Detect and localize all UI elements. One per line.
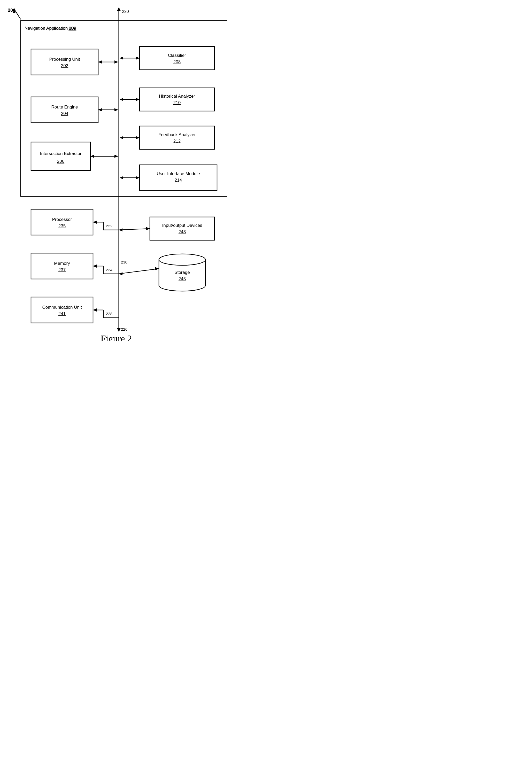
svg-rect-12	[31, 97, 98, 123]
svg-text:237: 237	[58, 268, 66, 272]
svg-marker-38	[114, 155, 118, 158]
svg-marker-43	[120, 98, 123, 101]
svg-marker-79	[93, 264, 96, 268]
svg-marker-85	[119, 272, 122, 275]
figure-2-text: Figure 2	[101, 334, 132, 341]
svg-text:Communication Unit: Communication Unit	[42, 305, 82, 310]
svg-text:228: 228	[106, 311, 112, 316]
svg-text:Navigation Application
      1: Navigation Application 109	[25, 26, 76, 31]
svg-text:Intersection Extractor: Intersection Extractor	[40, 151, 82, 156]
svg-text:245: 245	[178, 276, 186, 281]
diagram-svg: 220 Navigation Application 109 Navigatio…	[5, 5, 227, 341]
svg-marker-44	[136, 98, 140, 101]
svg-marker-76	[119, 228, 122, 231]
svg-marker-31	[98, 60, 102, 63]
svg-text:235: 235	[58, 223, 66, 228]
svg-rect-5	[21, 21, 227, 196]
svg-rect-27	[140, 165, 217, 191]
svg-rect-18	[140, 47, 215, 70]
svg-text:Route Engine: Route Engine	[51, 105, 78, 110]
svg-line-0	[14, 9, 21, 19]
svg-text:Classifier: Classifier	[168, 53, 186, 58]
svg-text:222: 222	[106, 224, 112, 228]
svg-rect-21	[140, 88, 215, 111]
svg-marker-3	[117, 7, 121, 11]
svg-text:Processor: Processor	[52, 217, 72, 222]
ref-200: 200	[8, 8, 16, 13]
svg-text:Navigation Application: Navigation Application	[25, 26, 68, 31]
svg-rect-60	[150, 217, 215, 240]
svg-text:Historical Analyzer: Historical Analyzer	[159, 94, 195, 99]
svg-text:226: 226	[121, 327, 128, 331]
ref-arrow-200	[6, 8, 22, 21]
svg-line-75	[119, 229, 150, 230]
svg-marker-49	[120, 176, 123, 179]
svg-rect-15	[31, 142, 90, 170]
svg-text:230: 230	[121, 260, 128, 264]
svg-text:210: 210	[173, 100, 180, 105]
svg-text:109: 109	[68, 26, 76, 31]
svg-text:212: 212	[173, 139, 180, 144]
svg-text:206: 206	[57, 159, 64, 164]
svg-marker-88	[93, 308, 96, 311]
svg-rect-9	[31, 49, 98, 75]
svg-marker-50	[136, 176, 140, 179]
figure-label: Figure 2	[5, 333, 227, 341]
svg-text:204: 204	[61, 111, 68, 116]
svg-text:Processing Unit: Processing Unit	[49, 57, 80, 62]
svg-marker-77	[146, 227, 150, 230]
svg-rect-64	[159, 260, 205, 285]
svg-text:Memory: Memory	[54, 261, 70, 266]
svg-text:Storage: Storage	[174, 270, 190, 275]
svg-rect-24	[140, 126, 215, 149]
svg-text:Input/output Devices: Input/output Devices	[162, 223, 202, 228]
svg-text:243: 243	[178, 229, 186, 234]
svg-marker-47	[136, 136, 140, 139]
svg-marker-46	[120, 136, 123, 139]
svg-rect-51	[31, 209, 93, 235]
svg-marker-34	[98, 108, 102, 111]
svg-text:241: 241	[58, 311, 66, 316]
svg-rect-54	[31, 253, 93, 279]
svg-text:User Interface Module: User Interface Module	[157, 171, 200, 176]
svg-text:Feedback Analyzer: Feedback Analyzer	[159, 132, 196, 137]
svg-text:224: 224	[106, 268, 112, 272]
svg-text:202: 202	[61, 63, 68, 68]
svg-marker-71	[93, 221, 96, 224]
svg-marker-37	[90, 155, 94, 158]
svg-text:208: 208	[173, 59, 180, 64]
svg-marker-41	[136, 57, 140, 60]
svg-point-63	[159, 280, 205, 291]
svg-text:220: 220	[122, 9, 129, 14]
svg-marker-86	[155, 267, 159, 270]
svg-marker-93	[117, 328, 121, 332]
svg-text:214: 214	[175, 178, 182, 183]
svg-marker-40	[120, 57, 123, 60]
svg-rect-57	[31, 297, 93, 323]
svg-marker-32	[114, 60, 118, 63]
svg-line-84	[119, 269, 159, 274]
svg-point-67	[159, 254, 205, 265]
svg-marker-35	[114, 108, 118, 111]
